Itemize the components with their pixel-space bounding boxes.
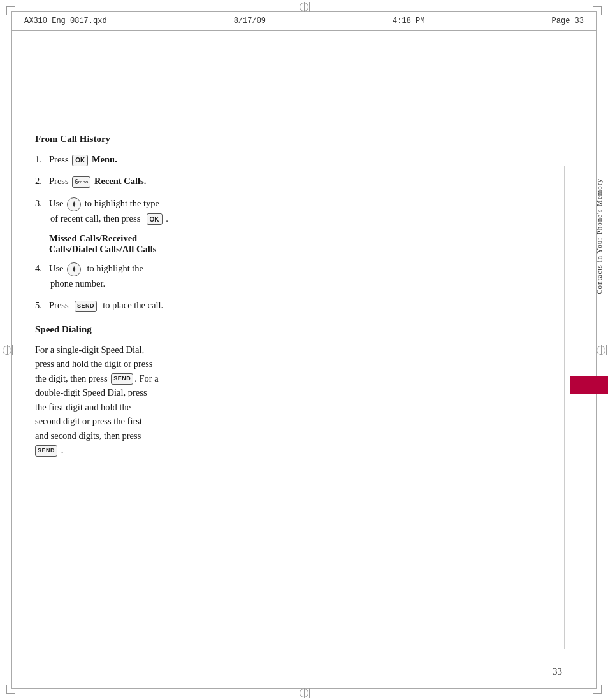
corner-mark-bl: [6, 685, 15, 694]
subheading-call-types: Missed Calls/ReceivedCalls/Dialed Calls/…: [35, 233, 373, 255]
left-column: From Call History 1. Press OK Menu. 2. P…: [35, 32, 373, 668]
corner-mark-tr: [593, 6, 602, 15]
line-top-left: [35, 31, 112, 31]
section-heading-speed-dial: Speed Dialing: [35, 324, 373, 335]
section-speed-dialing: Speed Dialing For a single-digit Speed D…: [35, 324, 373, 457]
step-5-num: 5.: [35, 298, 49, 312]
step-3-content: Use to highlight the type of recent call…: [49, 196, 168, 225]
content-area: From Call History 1. Press OK Menu. 2. P…: [35, 32, 573, 668]
step-1-bold: Menu.: [92, 154, 117, 164]
step-2-bold: Recent Calls.: [94, 176, 146, 186]
step-4-num: 4.: [35, 261, 49, 275]
ok-key-1: OK: [72, 155, 88, 166]
step-4-content: Use to highlight the phone number.: [49, 261, 143, 290]
step-4: 4. Use to highlight the phone number.: [35, 261, 373, 290]
ok-key-3: OK: [147, 213, 163, 225]
section-heading-call-history: From Call History: [35, 134, 373, 145]
step-5: 5. Press SEND to place the call.: [35, 298, 373, 312]
speed-dial-paragraph: For a single-digit Speed Dial, press and…: [35, 343, 373, 457]
corner-mark-tl: [6, 6, 15, 15]
reg-mark-right: [596, 345, 606, 355]
step-4-line2: phone number.: [49, 278, 105, 289]
line-left-top: [11, 31, 12, 82]
line-left-bottom: [11, 618, 12, 669]
line-top-right: [522, 31, 573, 31]
step-1-content: Press OK Menu.: [49, 152, 117, 166]
step-1-num: 1.: [35, 152, 49, 166]
sidebar-vertical-text: Contacts in Your Phone's Memory: [595, 178, 603, 294]
line-bottom-right: [522, 669, 573, 669]
reg-mark-bottom: [299, 688, 309, 698]
nav-icon-4: [67, 262, 81, 276]
step-3: 3. Use to highlight the type of recent c…: [35, 196, 373, 225]
page-number: 33: [553, 666, 562, 677]
step-5-content: Press SEND to place the call.: [49, 298, 163, 312]
sub-heading-text: Missed Calls/ReceivedCalls/Dialed Calls/…: [49, 233, 373, 255]
step-3-num: 3.: [35, 196, 49, 210]
nav-icon-3: [67, 197, 81, 211]
section-from-call-history: From Call History 1. Press OK Menu. 2. P…: [35, 134, 373, 457]
line-right-bottom: [596, 618, 597, 669]
send-key-para2: SEND: [35, 445, 57, 457]
send-key-5: SEND: [75, 301, 97, 312]
six-mno-key: 6mno: [72, 176, 90, 188]
reg-mark-top: [299, 2, 309, 12]
step-2: 2. Press 6mno Recent Calls.: [35, 174, 373, 188]
sidebar-red-bar: [570, 376, 608, 394]
reg-mark-left: [2, 345, 12, 355]
step-2-content: Press 6mno Recent Calls.: [49, 174, 146, 188]
step-2-num: 2.: [35, 174, 49, 188]
line-right-top: [596, 31, 597, 82]
step-3-line2: of recent call, then press OK .: [49, 213, 168, 224]
corner-mark-br: [593, 685, 602, 694]
send-key-para1: SEND: [111, 373, 133, 385]
step-1: 1. Press OK Menu.: [35, 152, 373, 166]
line-bottom-left: [35, 669, 112, 669]
